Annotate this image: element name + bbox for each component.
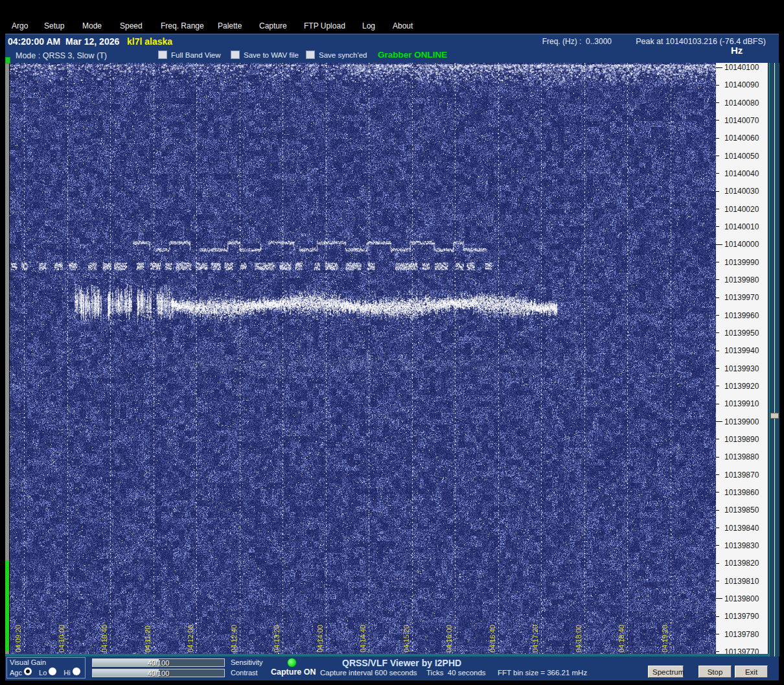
- frequency-tick: [716, 510, 724, 511]
- frequency-tick-row: 10139800: [716, 595, 768, 603]
- frequency-tick-row: 10139780: [716, 631, 768, 638]
- frequency-tick-row: 10139870: [716, 471, 768, 479]
- slider-track-line: [774, 63, 775, 656]
- frequency-tick-row: 10139990: [716, 259, 768, 266]
- frequency-label: 10139940: [724, 346, 759, 355]
- time-tick-label: 04:19:20: [661, 625, 669, 653]
- frequency-tick-row: 10139970: [716, 294, 768, 301]
- frequency-tick-row: 10139830: [716, 542, 768, 550]
- checkbox-option[interactable]: Save synch'ed: [306, 51, 367, 59]
- time-tick-label: 04:14:00: [316, 625, 324, 653]
- frequency-tick-row: 10140030: [716, 187, 768, 195]
- frequency-tick: [716, 156, 724, 156]
- radio-label: Hi: [63, 669, 70, 677]
- menu-item[interactable]: Capture: [259, 21, 287, 30]
- frequency-tick: [716, 262, 724, 262]
- visual-gain-radio[interactable]: Hi: [63, 668, 84, 677]
- waterfall-canvas[interactable]: [10, 63, 716, 656]
- clock-date: 04:20:00 AM Mar 12, 2026: [8, 36, 119, 47]
- frequency-label: 10139830: [724, 541, 759, 550]
- time-tick-label: 04:15:20: [402, 625, 410, 653]
- argo-window: { "menu": { "items": ["Argo", "Setup", "…: [0, 0, 784, 685]
- frequency-tick: [716, 297, 724, 298]
- frequency-label: 10140090: [724, 80, 759, 89]
- frequency-tick: [716, 191, 724, 192]
- frequency-label: 10139980: [724, 275, 759, 284]
- frequency-label: 10139870: [724, 470, 759, 480]
- frequency-tick: [716, 616, 724, 617]
- offset-slider-thumb[interactable]: [770, 413, 779, 419]
- visual-gain-radio[interactable]: Agc: [10, 668, 36, 677]
- menu-item[interactable]: Argo: [12, 21, 28, 30]
- frequency-tick-row: 10140050: [716, 152, 768, 160]
- checkbox-box[interactable]: [306, 51, 315, 59]
- checkbox-box[interactable]: [231, 51, 240, 59]
- frequency-label: 10139930: [724, 364, 759, 373]
- menu-item[interactable]: Palette: [218, 21, 242, 30]
- waterfall-area[interactable]: 04:09:2004:10:0004:10:4004:11:2004:12:00…: [10, 63, 716, 656]
- checkbox-box[interactable]: [158, 51, 167, 59]
- menu-item[interactable]: Log: [362, 21, 375, 30]
- frequency-label: 10139910: [724, 399, 759, 408]
- frequency-tick: [716, 581, 724, 581]
- checkbox-label: Save to WAV file: [244, 51, 299, 59]
- radio-circle[interactable]: [73, 668, 80, 675]
- checkbox-option[interactable]: Full Band View: [158, 51, 221, 59]
- frequency-label: 10139860: [724, 488, 759, 497]
- frequency-label: 10139990: [724, 258, 759, 267]
- time-tick-label: 04:13:20: [273, 625, 281, 653]
- frequency-scale: 10140100 10140090 10140080 10140070 1014…: [716, 63, 768, 656]
- frequency-tick-row: 10139790: [716, 612, 768, 620]
- frequency-label: 10139970: [724, 293, 759, 302]
- frequency-tick: [716, 545, 724, 546]
- capture-progress-fill: [5, 561, 9, 651]
- frequency-tick-row: 10140060: [716, 134, 768, 142]
- frequency-tick: [716, 279, 724, 280]
- radio-circle[interactable]: [24, 668, 32, 675]
- frequency-label: 10139920: [724, 382, 759, 391]
- time-tick-label: 04:10:40: [100, 625, 108, 653]
- contrast-slider[interactable]: 40/100: [92, 669, 225, 677]
- frequency-label: 10140100: [724, 63, 759, 72]
- hz-axis-label: Hz: [731, 45, 743, 56]
- time-tick-label: 04:16:40: [489, 625, 496, 653]
- frequency-tick-row: 10139920: [716, 382, 768, 390]
- frequency-tick-row: 10140080: [716, 99, 768, 107]
- frequency-label: 10140070: [724, 116, 759, 125]
- menu-item[interactable]: FTP Upload: [304, 21, 345, 30]
- frequency-tick-row: 10140090: [716, 81, 768, 89]
- sensitivity-slider[interactable]: 40/100: [92, 658, 225, 667]
- checkbox-option[interactable]: Save to WAV file: [231, 51, 299, 59]
- station-id: kl7l alaska: [127, 36, 172, 47]
- frequency-tick-row: 10139910: [716, 400, 768, 408]
- time-tick-label: 04:11:20: [144, 625, 152, 653]
- frequency-label: 10139850: [724, 505, 759, 515]
- menu-item[interactable]: Speed: [120, 21, 143, 30]
- frequency-tick-row: 10139890: [716, 435, 768, 443]
- time-tick-label: 04:10:00: [58, 625, 65, 653]
- menu-item[interactable]: Setup: [44, 21, 64, 30]
- frequency-label: 10139840: [724, 524, 759, 533]
- stop-button[interactable]: Stop: [698, 666, 732, 678]
- app-title: QRSS/VLF Viewer by I2PHD: [342, 658, 461, 668]
- spectrum-button[interactable]: Spectrum: [648, 666, 684, 678]
- time-tick-label: 04:18:00: [575, 625, 582, 653]
- frequency-tick-row: 10139880: [716, 453, 768, 461]
- menu-item[interactable]: Mode: [82, 21, 102, 30]
- visual-gain-radio[interactable]: Lo: [39, 668, 60, 677]
- frequency-tick-row: 10139860: [716, 489, 768, 496]
- freq-range-readout: Freq. (Hz) : 0..3000: [542, 37, 612, 46]
- frequency-tick: [716, 474, 724, 475]
- radio-label: Agc: [10, 669, 22, 677]
- exit-button[interactable]: Exit: [735, 666, 768, 678]
- frequency-tick: [716, 332, 724, 333]
- frequency-tick: [716, 226, 724, 227]
- frequency-tick: [716, 528, 724, 528]
- menu-item[interactable]: About: [393, 21, 413, 30]
- visual-gain-group: Visual Gain Agc Lo Hi: [6, 657, 86, 679]
- frequency-tick: [716, 598, 724, 599]
- menu-item[interactable]: Freq. Range: [161, 21, 204, 30]
- offset-slider-track[interactable]: [768, 63, 779, 656]
- radio-circle[interactable]: [49, 668, 56, 675]
- time-tick-label: 04:14:40: [359, 625, 367, 653]
